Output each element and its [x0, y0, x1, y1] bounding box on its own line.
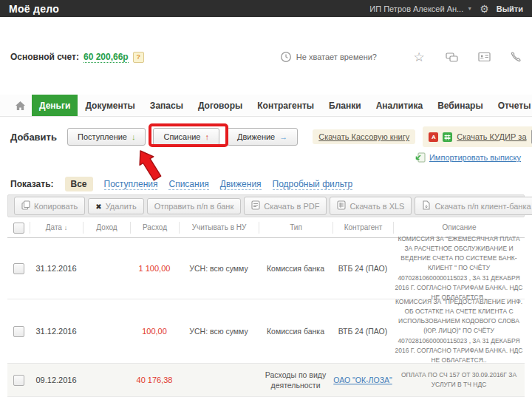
cell-type: Расходы по виду деятельности — [259, 370, 332, 390]
nav-tab-item[interactable]: Договоры — [191, 95, 250, 116]
cell-nu: УСН: всю сумму — [179, 326, 259, 336]
action-button[interactable]: Поступление↓ — [67, 128, 146, 146]
actions-row: Добавить Поступление↓ Списание↑ Движение… — [10, 126, 522, 147]
filter-item[interactable]: Поступления — [104, 179, 158, 190]
copy-icon — [21, 200, 30, 211]
cell-counterparty: ОАО "ОК-ЛОЗА" — [332, 376, 393, 384]
filter-items: ВсеПоступленияСписанияДвиженияПодробный … — [65, 177, 353, 191]
nav-tab-item[interactable]: Бланки — [321, 95, 369, 116]
row-checkbox[interactable] — [13, 263, 24, 274]
favorite-button[interactable]: ☆ — [412, 50, 426, 64]
phone-button[interactable] — [510, 50, 523, 64]
col-date[interactable]: Дата ↓ — [30, 222, 83, 234]
operations-table: Дата ↓ Доход Расход Учитывать в НУ Тип К… — [7, 218, 525, 397]
nav-tab-item[interactable]: Документы — [78, 95, 142, 116]
nav-tab-item[interactable]: Отчеты — [491, 95, 532, 116]
balance-row: Основной счет: 60 200,66р ? Не хватает в… — [10, 49, 523, 65]
arrow-icon: ↑ — [205, 132, 209, 141]
filter-label: Показать: — [10, 179, 54, 189]
home-icon — [15, 101, 26, 111]
table-body: 31.12.2016 1 100,00 УСН: всю сумму Комис… — [7, 238, 525, 397]
action-button[interactable]: Движение→ — [227, 128, 298, 146]
col-nu[interactable]: Учитывать в НУ — [179, 222, 259, 234]
toolbar-button[interactable]: Копировать — [14, 197, 85, 215]
home-button[interactable] — [9, 95, 32, 116]
chat-button[interactable] — [445, 50, 458, 64]
download-kudir-link[interactable]: Скачать КУДИР за — [457, 132, 526, 141]
filter-item[interactable]: Списания — [168, 179, 208, 190]
col-type[interactable]: Тип — [259, 222, 332, 234]
download-cashbook-link[interactable]: Скачать Кассовую книгу — [318, 132, 409, 141]
arrow-icon: ↓ — [132, 132, 136, 141]
table-row[interactable]: 09.12.2016 40 176,38 Расходы по виду дея… — [7, 364, 525, 397]
counterparty-link[interactable]: ОАО "ОК-ЛОЗА" — [333, 376, 392, 384]
col-counterparty[interactable]: Контрагент — [332, 222, 393, 234]
nav-tab-item[interactable]: Запасы — [143, 95, 191, 116]
cell-counterparty: ВТБ 24 (ПАО) — [332, 264, 393, 273]
cell-date: 09.12.2016 — [30, 376, 83, 384]
bulk-toolbar: Копировать ✖ Удалить Отправить п/п в бан… — [7, 194, 525, 217]
logout-button[interactable]: Выйти — [497, 4, 523, 13]
chevron-down-icon: ▼ — [467, 6, 472, 11]
chat-icon — [446, 52, 458, 63]
balance-label: Основной счет: — [10, 52, 79, 62]
delete-icon: ✖ — [95, 202, 101, 211]
promo-link[interactable]: Не хватает времени? — [280, 51, 377, 63]
toolbar-button[interactable]: ✖ Удалить — [88, 198, 143, 214]
balance-amount[interactable]: 60 200,66р — [83, 52, 129, 63]
money-page: Моё дело ИП Петров Алексей Ан... ▼ ⚙ Вый… — [0, 0, 532, 397]
col-expense[interactable]: Расход — [130, 222, 179, 234]
filter-row: Показать: ВсеПоступленияСписанияДвижения… — [10, 177, 352, 191]
pdf-icon[interactable]: A — [429, 132, 438, 142]
header-icons: Не хватает времени? ☆ — [280, 50, 523, 64]
table-row[interactable]: 31.12.2016 100,00 УСН: всю сумму Комисси… — [7, 299, 525, 364]
nav-tab-item[interactable]: Вебинары — [430, 95, 490, 116]
toolbar-button[interactable]: Отправить п/п в банк — [147, 198, 242, 214]
action-buttons: Поступление↓ Списание↑ Движение→ — [67, 128, 305, 146]
cell-description: КОМИССИЯ ЗА "ПРЕДОСТАВЛЕНИЕ ИНФ. ОБ ОСТА… — [393, 293, 525, 370]
contact-card-icon — [478, 52, 491, 62]
nav-tab-item[interactable]: Аналитика — [369, 95, 431, 116]
sort-down-icon: ↓ — [64, 224, 68, 231]
row-checkbox[interactable] — [13, 326, 24, 337]
kudir-pill: A Скачать КУДИР за 2016 год ▼ — [423, 126, 532, 147]
cell-date: 31.12.2016 — [30, 264, 83, 273]
toolbar-button[interactable]: Скачать п/п клиент-банка — [415, 197, 532, 215]
filter-item[interactable]: Все — [65, 177, 93, 191]
nav-tabs: ДеньгиДокументыЗапасыДоговорыКонтрагенты… — [32, 95, 532, 116]
cell-expense: 100,00 — [130, 327, 179, 336]
row-checkbox[interactable] — [13, 375, 24, 386]
import-statement-link[interactable]: Импортировать выписку — [429, 153, 521, 162]
help-icon[interactable]: ? — [133, 52, 144, 63]
nav-tab-active[interactable]: Деньги — [32, 95, 78, 116]
add-label: Добавить — [10, 132, 57, 143]
cashbook-pill: Скачать Кассовую книгу — [313, 129, 415, 144]
filter-item[interactable]: Движения — [220, 179, 262, 190]
promo-text: Не хватает времени? — [296, 52, 377, 61]
excel-icon[interactable] — [443, 132, 452, 142]
table-row[interactable]: 31.12.2016 1 100,00 УСН: всю сумму Комис… — [7, 238, 525, 299]
clientbank-doc-icon — [422, 200, 431, 211]
select-all-checkbox[interactable] — [13, 223, 24, 234]
cell-type: Комиссия банка — [259, 263, 332, 274]
cell-date: 31.12.2016 — [30, 327, 83, 336]
topbar-right: ИП Петров Алексей Ан... ▼ ⚙ Выйти — [369, 4, 523, 14]
cell-type: Комиссия банка — [259, 326, 332, 336]
select-all-cell — [7, 222, 30, 234]
action-button[interactable]: Списание↑ — [153, 128, 219, 146]
nav-tab-item[interactable]: Контрагенты — [250, 95, 321, 116]
cell-nu: УСН: всю сумму — [179, 263, 259, 274]
gear-icon[interactable]: ⚙ — [480, 4, 489, 14]
import-row: Импортировать выписку — [415, 152, 521, 163]
cell-expense: 1 100,00 — [130, 264, 179, 273]
topbar: Моё дело ИП Петров Алексей Ан... ▼ ⚙ Вый… — [0, 0, 532, 17]
filter-item[interactable]: Подробный фильтр — [273, 179, 353, 190]
toolbar-button[interactable]: Скачать в XLS — [330, 197, 412, 215]
user-menu[interactable]: ИП Петров Алексей Ан... ▼ — [369, 4, 472, 13]
pdf-doc-icon — [251, 200, 260, 211]
toolbar-button[interactable]: Скачать в PDF — [244, 197, 327, 215]
contacts-button[interactable] — [477, 50, 491, 64]
xls-doc-icon — [337, 200, 346, 211]
app-logo: Моё дело — [9, 3, 59, 15]
col-income[interactable]: Доход — [83, 222, 130, 234]
